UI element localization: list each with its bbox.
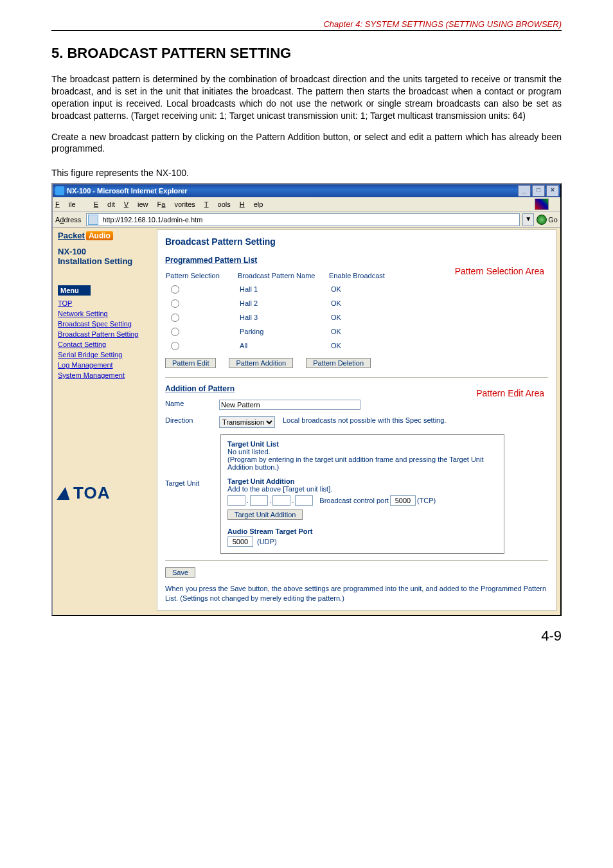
sidebar-item-broadcast-spec-setting[interactable]: Broadcast Spec Setting [58,319,153,329]
sidebar-item-top[interactable]: TOP [58,298,153,308]
name-label: Name [165,400,211,407]
pattern-select-radio[interactable] [171,328,179,336]
enable-cell: OK [328,324,396,339]
col-pattern-selection: Pattern Selection [165,271,237,282]
pattern-select-radio[interactable] [171,299,179,308]
table-row: Hall 2 OK [165,296,396,310]
menu-heading: Menu [58,285,91,296]
model-label: NX-100 [58,247,153,256]
col-enable-broadcast: Enable Broadcast [328,271,396,282]
brand-packet: Packet [58,231,85,240]
chapter-header: Chapter 4: SYSTEM SETTINGS (SETTING USIN… [51,19,562,31]
page-title: Broadcast Pattern Setting [165,236,548,247]
annotation-edit-area: Pattern Edit Area [476,388,544,398]
body-paragraph-2: Create a new broadcast pattern by clicki… [51,131,562,155]
audio-port-proto: (UDP) [257,538,277,545]
app-icon [55,186,64,195]
target-unit-addition-note: Add to the above [Target unit list]. [227,485,497,493]
enable-cell: OK [328,282,396,296]
pattern-name-cell: Hall 1 [237,282,328,296]
browser-window: NX-100 - Microsoft Internet Explorer _ □… [51,183,562,616]
close-button[interactable]: × [546,185,559,197]
save-button[interactable]: Save [165,567,195,578]
address-label: Address [55,216,81,224]
pattern-select-radio[interactable] [171,342,179,350]
sidebar-item-contact-setting[interactable]: Contact Setting [58,339,153,350]
ip-octet-4[interactable] [295,495,313,506]
pattern-name-input[interactable] [219,400,360,410]
control-port-input[interactable] [390,495,416,506]
pattern-addition-button[interactable]: Pattern Addition [229,358,293,368]
figure-caption: This figure represents the NX-100. [51,168,562,178]
pattern-name-cell: Parking [237,324,328,339]
brand-audio: Audio [86,231,113,240]
pattern-deletion-button[interactable]: Pattern Deletion [306,358,371,368]
main-panel: Pattern Selection Area Pattern Edit Area… [157,229,556,611]
table-row: Hall 3 OK [165,310,396,324]
target-unit-label: Target Unit [165,434,211,487]
sidebar-item-serial-bridge-setting[interactable]: Serial Bridge Setting [58,350,153,360]
sidebar: PacketAudio NX-100 Installation Setting … [53,228,157,614]
table-row: All OK [165,339,396,353]
go-icon [537,215,547,225]
install-setting-label: Installation Setting [58,256,153,266]
address-combo[interactable] [86,213,520,226]
direction-note: Local broadcasts not possible with this … [283,416,446,424]
toa-mark-icon [57,487,72,500]
menu-file[interactable]: File [55,200,85,208]
address-dropdown-button[interactable]: ▼ [522,213,534,226]
target-unit-addition-heading: Target Unit Addition [227,477,497,485]
ie-throbber-icon [535,199,549,210]
window-titlebar: NX-100 - Microsoft Internet Explorer _ □… [53,184,560,197]
pattern-name-cell: Hall 2 [237,296,328,310]
section-title: 5. BROADCAST PATTERN SETTING [51,45,562,62]
control-port-label: Broadcast control port [319,497,389,504]
table-row: Hall 1 OK [165,282,396,296]
sidebar-item-broadcast-pattern-setting[interactable]: Broadcast Pattern Setting [58,329,153,339]
annotation-selection-area: Pattern Selection Area [455,266,544,276]
body-paragraph-1: The broadcast pattern is determined by t… [51,73,562,122]
sidebar-item-log-management[interactable]: Log Management [58,360,153,370]
enable-cell: OK [328,339,396,353]
ip-octet-2[interactable] [250,495,268,506]
col-pattern-name: Broadcast Pattern Name [237,271,328,282]
programmed-pattern-list-heading: Programmed Pattern List [165,256,548,265]
page-number: 4-9 [51,628,562,644]
ip-octet-1[interactable] [227,495,245,506]
toa-logo: TOA [58,483,153,503]
audio-stream-port-heading: Audio Stream Target Port [227,527,497,535]
pattern-select-radio[interactable] [171,285,179,294]
toa-logo-text: TOA [73,483,110,503]
ip-octet-3[interactable] [272,495,290,506]
menu-tools[interactable]: Tools [204,200,231,208]
menu-favorites[interactable]: Favorites [157,200,195,208]
maximize-button[interactable]: □ [532,185,545,197]
address-input[interactable] [101,215,518,225]
table-row: Parking OK [165,324,396,339]
go-button[interactable]: Go [537,215,558,225]
sidebar-item-network-setting[interactable]: Network Setting [58,308,153,319]
pattern-table: Pattern Selection Broadcast Pattern Name… [165,271,396,353]
menu-help[interactable]: Help [240,200,263,208]
menu-view[interactable]: View [124,200,148,208]
menubar: File Edit View Favorites Tools Help [53,197,560,212]
target-unit-fieldset: Target Unit List No unit listed. (Progra… [220,434,504,554]
enable-cell: OK [328,296,396,310]
sidebar-item-system-management[interactable]: System Management [58,370,153,380]
pattern-select-radio[interactable] [171,314,179,322]
target-unit-list-heading: Target Unit List [227,440,497,448]
direction-select[interactable]: Transmission [219,416,275,428]
target-unit-list-note: (Program by entering in the target unit … [227,456,497,471]
menu-edit[interactable]: Edit [94,200,115,208]
audio-port-input[interactable] [227,536,253,547]
target-unit-list-empty: No unit listed. [227,448,497,456]
direction-label: Direction [165,416,211,424]
target-unit-addition-button[interactable]: Target Unit Addition [227,509,303,520]
enable-cell: OK [328,310,396,324]
address-bar: Address ▼ Go [53,212,560,228]
page-icon [88,215,98,225]
pattern-edit-button[interactable]: Pattern Edit [165,358,216,368]
save-note: When you press the Save button, the abov… [165,584,548,603]
pattern-name-cell: All [237,339,328,353]
minimize-button[interactable]: _ [518,185,531,197]
